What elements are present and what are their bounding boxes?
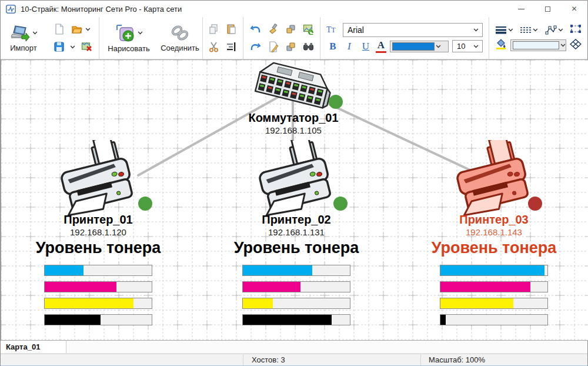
status-zoom: Масштаб: 100%	[421, 354, 587, 365]
clear-button[interactable]	[266, 22, 281, 37]
copy-icon	[208, 24, 219, 35]
paste-button[interactable]	[224, 22, 239, 37]
open-folder-icon	[71, 24, 82, 35]
toner-bar-cyan	[440, 265, 548, 276]
toner-bar-black	[44, 314, 152, 325]
chevron-down-icon	[473, 45, 479, 48]
text-color-select[interactable]	[390, 41, 449, 52]
zoom-level: Масштаб: 100%	[429, 355, 485, 364]
app-icon	[6, 5, 16, 14]
import-button[interactable]: Импорт	[1, 19, 46, 57]
printer-name: Принтер_01	[28, 213, 169, 227]
chevron-down-icon[interactable]	[85, 28, 91, 31]
underline-button[interactable]: U	[359, 41, 372, 52]
toner-title: Уровень тонера	[226, 239, 367, 257]
toner-bar-yellow	[44, 298, 152, 309]
maximize-button[interactable]	[534, 1, 561, 17]
draw-button[interactable]: Нарисовать	[99, 19, 158, 57]
toolbar-group-draw: Нарисовать Соединить	[99, 17, 203, 59]
bring-forward-button[interactable]	[283, 22, 299, 37]
italic-button[interactable]: I	[343, 41, 356, 52]
select-area-button[interactable]	[570, 24, 582, 36]
status-indicator	[528, 197, 542, 211]
crosshatch-icon	[570, 39, 582, 49]
find-button[interactable]	[301, 39, 316, 55]
toner-bar-magenta	[44, 281, 152, 292]
save-icon	[54, 41, 65, 52]
save-button[interactable]	[51, 39, 66, 55]
toner-title: Уровень тонера	[28, 239, 169, 257]
toner-bars	[242, 265, 350, 331]
network-map-canvas[interactable]: Коммутатор_01 192.168.1.105 Принтер_01 1…	[1, 59, 588, 341]
fill-color-select[interactable]	[510, 39, 566, 51]
toner-bar-black	[242, 314, 350, 325]
toner-bar-black	[440, 314, 548, 325]
minimize-button[interactable]	[508, 1, 534, 17]
fill-color-swatch	[513, 41, 559, 49]
connect-button[interactable]: Соединить	[158, 19, 202, 57]
brush-icon	[268, 24, 279, 35]
line-style-button[interactable]	[520, 26, 538, 34]
status-hosts: Хостов: 3	[243, 354, 421, 365]
chevron-down-icon[interactable]	[70, 45, 75, 49]
toner-bars	[440, 265, 548, 331]
send-backward-button[interactable]	[283, 39, 299, 55]
tab-map-01[interactable]: Карта_01	[1, 341, 66, 353]
copy-button[interactable]	[206, 22, 222, 37]
hosts-count: Хостов: 3	[252, 355, 285, 364]
font-color-button[interactable]: A	[376, 39, 386, 53]
font-icon: TT	[326, 25, 339, 35]
line-weight-button[interactable]	[495, 26, 513, 34]
toner-bar-cyan	[242, 265, 350, 276]
delete-map-button[interactable]	[79, 39, 94, 55]
chain-link-icon	[170, 24, 190, 42]
font-family-select[interactable]: Arial	[343, 23, 483, 37]
chevron-down-icon	[138, 31, 143, 35]
import-label: Импорт	[10, 44, 36, 52]
switch-node[interactable]: Коммутатор_01 192.168.1.105	[223, 61, 364, 111]
chevron-down-icon	[558, 28, 563, 32]
fill-button[interactable]	[495, 38, 507, 52]
chevron-down-icon	[508, 28, 513, 32]
bold-button[interactable]: B	[326, 41, 339, 52]
close-button[interactable]: ✕	[561, 1, 587, 17]
printer-ip: 192.168.1.143	[423, 227, 564, 237]
align-right-icon	[226, 41, 237, 52]
scissors-icon	[208, 41, 219, 52]
paint-bucket-icon	[495, 38, 507, 49]
draw-object-icon	[115, 24, 135, 42]
toner-bar-yellow	[440, 298, 548, 309]
font-size-value: 10	[453, 42, 470, 51]
toner-bar-cyan	[44, 265, 152, 276]
image-refresh-icon	[303, 24, 314, 35]
switch-name: Коммутатор_01	[223, 111, 364, 125]
redo-button[interactable]	[248, 39, 263, 55]
selection-rect-icon	[570, 24, 582, 34]
toner-bar-yellow	[242, 298, 350, 309]
new-map-button[interactable]	[51, 22, 66, 37]
toner-bar-magenta	[440, 281, 548, 292]
new-page-icon	[54, 24, 65, 35]
align-button[interactable]	[224, 39, 239, 55]
connector-icon	[545, 25, 557, 35]
binoculars-icon	[303, 41, 314, 52]
hatch-button[interactable]	[570, 39, 582, 52]
cut-button[interactable]	[206, 39, 222, 55]
status-bar: Хостов: 3 Масштаб: 100%	[1, 354, 587, 366]
status-indicator	[138, 197, 152, 211]
window-title: 10-Страйк: Мониторинг Сети Pro - Карта с…	[21, 5, 182, 14]
import-laptop-icon	[10, 24, 30, 42]
chevron-down-icon	[436, 45, 441, 48]
toner-bars	[44, 265, 152, 331]
toner-bar-magenta	[242, 281, 350, 292]
title-bar: 10-Страйк: Мониторинг Сети Pro - Карта с…	[1, 1, 587, 17]
undo-button[interactable]	[248, 22, 263, 37]
chevron-down-icon	[32, 31, 38, 35]
refresh-background-button[interactable]	[301, 22, 316, 37]
open-map-button[interactable]	[69, 22, 84, 37]
undo-icon	[250, 24, 261, 35]
connector-type-button[interactable]	[545, 25, 563, 35]
font-size-select[interactable]: 10	[452, 40, 483, 52]
edit-properties-button[interactable]	[266, 39, 281, 55]
toolbar: Импорт	[1, 17, 587, 59]
